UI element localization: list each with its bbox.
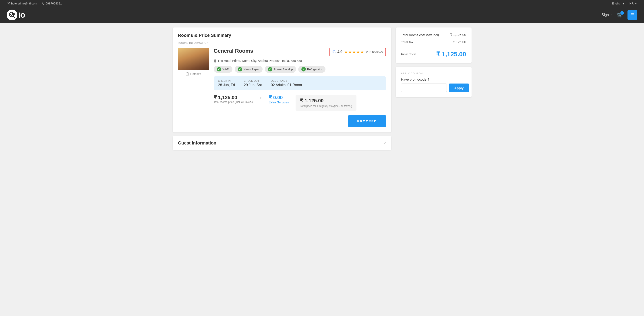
- apply-button[interactable]: Apply: [449, 84, 469, 92]
- sign-in-button[interactable]: Sign in: [602, 13, 612, 17]
- logo[interactable]: io: [7, 10, 25, 20]
- main-content: Rooms & Price Summary ROOMS INFORMATION …: [166, 23, 478, 155]
- proceed-button[interactable]: PROCEED: [348, 115, 386, 127]
- booking-info: CHECK IN 28 Jun, Fri CHECK OUT 29 Jun, S…: [214, 76, 386, 90]
- room-address: The Hotel Prime, Demo City, Andhra Prade…: [214, 59, 386, 63]
- checkout-value: 29 Jun, Sat: [244, 83, 262, 87]
- amenity-wifi: ✓ Wi-Fi: [214, 66, 232, 73]
- rooms-cost-row: Total rooms cost (tax incl) ₹ 1,125.00: [401, 33, 466, 37]
- page-title: Rooms & Price Summary: [178, 33, 386, 38]
- rooms-cost-label: Total rooms cost (tax incl): [401, 33, 439, 37]
- guest-title: Guest Information: [178, 140, 216, 146]
- tax-value: ₹ 125.00: [452, 40, 466, 44]
- total-box: ₹ 1,125.00 Total price for 1 Night(s) st…: [296, 95, 356, 111]
- final-total-amount: ₹ 1,125.00: [436, 51, 466, 58]
- coupon-card: APPLY COUPON Have promocode ? Apply: [396, 67, 472, 97]
- topbar: hotelprime@htl.com 0987654321 English ▼ …: [0, 0, 644, 7]
- remove-button[interactable]: Remove: [186, 72, 201, 76]
- occupancy-label: OCCUPANCY: [271, 80, 302, 82]
- promo-label: Have promocode ?: [401, 78, 466, 81]
- checkin-label: CHECK IN: [218, 80, 235, 82]
- price-section: ₹ 1,125.00 Total rooms price (Incl. all …: [214, 95, 386, 111]
- occupancy-value: 02 Adults, 01 Room: [271, 83, 302, 87]
- tax-row: Total tax ₹ 125.00: [401, 40, 466, 44]
- rooms-cost-value: ₹ 1,125.00: [450, 33, 466, 37]
- checkout-col: CHECK OUT 29 Jun, Sat: [244, 80, 262, 87]
- checkout-label: CHECK OUT: [244, 80, 262, 82]
- section-label: ROOMS INFORMATION: [178, 42, 386, 44]
- rating-reviews: 206 reviews: [366, 50, 383, 54]
- summary-divider: [401, 47, 466, 47]
- language-selector[interactable]: English ▼: [612, 2, 625, 5]
- amenities: ✓ Wi-Fi ✓ News Paper ✓ Power BackUp ✓: [214, 66, 386, 73]
- coupon-label: APPLY COUPON: [401, 72, 466, 75]
- currency-selector[interactable]: INR ▼: [628, 2, 637, 5]
- plus-sign: +: [260, 96, 262, 101]
- checkin-value: 28 Jun, Fri: [218, 83, 235, 87]
- svg-rect-4: [14, 14, 15, 15]
- logo-text: io: [18, 10, 25, 20]
- check-icon: ✓: [217, 67, 221, 72]
- extra-services-label[interactable]: Extra Services: [269, 101, 289, 104]
- final-total-label: Final Total: [401, 52, 416, 56]
- left-panel: Rooms & Price Summary ROOMS INFORMATION …: [173, 28, 391, 150]
- menu-button[interactable]: ☰: [628, 10, 637, 20]
- final-total-row: Final Total ₹ 1,125.00: [401, 51, 466, 58]
- google-rating: G 4.9 ★★★★★ 206 reviews: [330, 48, 386, 56]
- cart-badge: 1: [620, 11, 624, 15]
- rating-score: 4.9: [338, 50, 342, 54]
- occupancy-col: OCCUPANCY 02 Adults, 01 Room: [271, 80, 302, 87]
- extra-price: ₹ 0.00 Extra Services: [269, 95, 289, 104]
- checkin-col: CHECK IN 28 Jun, Fri: [218, 80, 235, 87]
- header-right: Sign in 🛒 1 ☰: [602, 10, 637, 20]
- room-name: General Rooms: [214, 48, 253, 54]
- promo-input[interactable]: [401, 84, 447, 92]
- amenity-refrigerator: ✓ Refrigerator: [298, 66, 326, 73]
- room-image-wrap: Remove: [178, 48, 209, 127]
- rooms-card: Rooms & Price Summary ROOMS INFORMATION …: [173, 28, 391, 132]
- promo-row: Apply: [401, 84, 466, 92]
- chevron-icon[interactable]: ‹: [384, 140, 386, 146]
- room-details: General Rooms G 4.9 ★★★★★ 206 reviews Th…: [214, 48, 386, 127]
- check-icon: ✓: [301, 67, 306, 72]
- logo-icon: [7, 10, 18, 20]
- room-image: [178, 48, 209, 70]
- google-logo: G: [332, 50, 336, 55]
- cart-button[interactable]: 🛒 1: [617, 12, 623, 18]
- svg-rect-3: [13, 13, 14, 15]
- room-info: Remove General Rooms G 4.9 ★★★★★ 206 rev…: [178, 48, 386, 127]
- topbar-right: English ▼ INR ▼: [612, 2, 637, 5]
- check-icon: ✓: [238, 67, 242, 72]
- amenity-powerbackup: ✓ Power BackUp: [265, 66, 296, 73]
- guest-card: Guest Information ‹: [173, 136, 391, 150]
- topbar-left: hotelprime@htl.com 0987654321: [7, 2, 62, 5]
- phone-contact: 0987654321: [42, 2, 62, 5]
- header: io Sign in 🛒 1 ☰: [0, 7, 644, 23]
- rating-stars: ★★★★★: [344, 50, 364, 55]
- email-contact: hotelprime@htl.com: [7, 2, 37, 5]
- right-panel: Total rooms cost (tax incl) ₹ 1,125.00 T…: [396, 28, 472, 150]
- amenity-newspaper: ✓ News Paper: [235, 66, 262, 73]
- main-price: ₹ 1,125.00 Total rooms price (Incl. all …: [214, 95, 253, 104]
- tax-label: Total tax: [401, 40, 414, 44]
- check-icon: ✓: [268, 67, 272, 72]
- summary-card: Total rooms cost (tax incl) ₹ 1,125.00 T…: [396, 28, 472, 63]
- svg-rect-2: [12, 13, 13, 15]
- svg-rect-5: [186, 73, 189, 75]
